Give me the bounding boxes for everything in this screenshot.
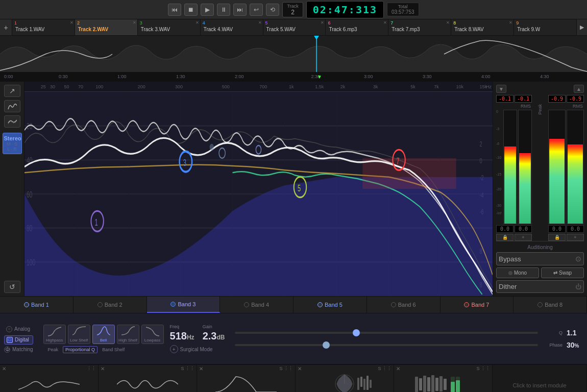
band-8-power[interactable]: [537, 302, 543, 307]
track-close-2[interactable]: ✕: [133, 20, 136, 25]
rewind-button[interactable]: ⏮: [168, 4, 181, 16]
record-button[interactable]: ⟲: [266, 4, 279, 16]
bypass-button[interactable]: Bypass ⊙: [496, 252, 584, 265]
band-tab-8[interactable]: Band 8: [513, 297, 587, 313]
module-imager[interactable]: ✕ S ⋮⋮ ⏻ Imager: [296, 365, 394, 392]
module-equalizer[interactable]: ✕ ⋮⋮ ⏻ Equalizer: [0, 365, 99, 392]
filter-lowshelf[interactable]: Low Shelf: [68, 325, 90, 344]
module-eq-dots[interactable]: ⋮⋮: [87, 366, 96, 371]
phase-thumb[interactable]: [323, 341, 330, 349]
eq-display[interactable]: 25 30 50 70 100 200 300 500 700 1k 1.5k …: [25, 82, 493, 296]
meter-scroll-left[interactable]: ▼: [496, 85, 506, 93]
track-scroll-right[interactable]: ▶: [577, 19, 587, 35]
track-close-3[interactable]: ✕: [195, 20, 199, 25]
meter-plus-r[interactable]: +: [567, 234, 584, 241]
band-1-power[interactable]: [24, 302, 29, 307]
swap-button[interactable]: ⇄ Swap: [541, 267, 584, 278]
meter-lock-r[interactable]: 🔒: [548, 234, 566, 241]
mono-button[interactable]: Mono: [496, 267, 539, 278]
track-tab-5[interactable]: ✕ 5 Track 5.WAV: [263, 19, 326, 35]
track-tab-8[interactable]: ✕ 8 Track 8.WAV: [451, 19, 514, 35]
timeline[interactable]: 0:00 0:30 1:00 1:30 2:00 2:30 3:00 3:30 …: [0, 72, 587, 81]
band-tab-4[interactable]: Band 4: [220, 297, 294, 313]
spectrum-button[interactable]: [4, 100, 20, 112]
module-maximizer[interactable]: ✕ S ⋮⋮ ⏻ Maximizer: [394, 365, 493, 392]
reference-button[interactable]: [4, 115, 20, 128]
undo-eq-button[interactable]: ↺: [4, 281, 20, 293]
band-7-power[interactable]: [464, 302, 469, 307]
band-5-power[interactable]: [317, 302, 323, 307]
loop-button[interactable]: ↩: [250, 4, 263, 16]
dither-button[interactable]: Dither ⏻: [496, 280, 584, 293]
meter-plus-l[interactable]: +: [515, 234, 532, 241]
stop-button[interactable]: ⏹: [184, 4, 198, 16]
meter-scroll-right[interactable]: ▲: [574, 85, 584, 93]
q-thumb[interactable]: [353, 329, 360, 336]
band-tab-2[interactable]: Band 2: [74, 297, 147, 313]
band-6-power[interactable]: [391, 302, 396, 307]
module-exciter-s[interactable]: S ⋮⋮: [181, 366, 194, 371]
eq-svg: 20 40 60 80 100 2 0 -2 -4 -6 8 8: [25, 92, 493, 296]
module-maximizer-s[interactable]: S ⋮⋮: [476, 366, 490, 371]
module-imager-close[interactable]: ✕: [298, 366, 302, 372]
filter-highpass[interactable]: Highpass: [43, 325, 66, 344]
filter-peak[interactable]: Peak: [45, 346, 61, 353]
track-tab-6[interactable]: ✕ 6 Track 6.mp3: [326, 19, 388, 35]
track-close-8[interactable]: ✕: [509, 20, 512, 25]
module-maximizer-close[interactable]: ✕: [396, 366, 400, 372]
track-tab-1[interactable]: ✕ 1 Track 1.WAV: [12, 19, 75, 35]
module-dynamics[interactable]: ✕ S ⋮⋮ ⏻ Dynamics: [197, 365, 296, 392]
waveform-area[interactable]: 0:00 0:30 1:00 1:30 2:00 2:30 3:00 3:30 …: [0, 36, 587, 82]
band-tab-5[interactable]: Band 5: [294, 297, 367, 313]
module-imager-s[interactable]: S ⋮⋮: [378, 366, 392, 371]
band-4-label: Band 4: [251, 302, 269, 308]
filter-bell[interactable]: Bell: [92, 325, 115, 344]
band-4-power[interactable]: [244, 302, 249, 307]
band-3-power[interactable]: [170, 302, 176, 307]
band-tab-6[interactable]: Band 6: [367, 297, 441, 313]
filter-sub-row: Peak Proportional Q Band Shelf: [45, 346, 164, 353]
zoom-in-button[interactable]: ↗: [4, 85, 20, 97]
band-tab-1[interactable]: Band 1: [0, 297, 74, 313]
meter-bottom-l1: 0.0: [496, 225, 513, 233]
filter-highshelf[interactable]: High Shelf: [117, 325, 139, 344]
track-close-6[interactable]: ✕: [383, 20, 387, 25]
track-close-7[interactable]: ✕: [446, 20, 450, 25]
filter-proportional-q[interactable]: Proportional Q: [63, 346, 97, 353]
track-tab-2[interactable]: ✕ 2 Track 2.WAV: [75, 19, 138, 35]
filter-lowpass[interactable]: Lowpass: [141, 325, 164, 344]
track-close-4[interactable]: ✕: [258, 20, 262, 25]
digital-icon: □: [7, 337, 13, 343]
phase-slider[interactable]: [235, 344, 538, 346]
stereo-mode-button[interactable]: Stereo M · S L · R: [3, 133, 22, 154]
meter-peak-r2: -0.9: [567, 95, 584, 103]
module-insert-slot[interactable]: Click to insert module: [493, 365, 587, 392]
analog-button[interactable]: ○ Analog: [4, 325, 33, 333]
surgical-mode-button[interactable]: + Surgical Mode: [170, 345, 225, 353]
module-dynamics-close[interactable]: ✕: [199, 366, 203, 372]
add-track-button[interactable]: +: [0, 19, 12, 35]
svg-rect-45: [370, 380, 372, 388]
pause-button[interactable]: ⏸: [217, 4, 230, 16]
digital-button[interactable]: □ Digital: [4, 335, 33, 345]
filter-band-shelf[interactable]: Band Shelf: [100, 346, 127, 353]
fast-forward-button[interactable]: ⏭: [233, 4, 247, 16]
module-eq-close[interactable]: ✕: [2, 366, 6, 372]
track-tab-3[interactable]: ✕ 3 Track 3.WAV: [138, 19, 201, 35]
band-2-power[interactable]: [97, 302, 103, 307]
meter-bar-l1: [503, 110, 517, 224]
band-tab-7[interactable]: Band 7: [441, 297, 514, 313]
module-exciter[interactable]: ✕ S ⋮⋮ ⏻ Exciter: [99, 365, 197, 392]
matching-button[interactable]: ⏻ Matching: [4, 347, 33, 353]
track-tab-4[interactable]: ✕ 4 Track 4.WAV: [201, 19, 263, 35]
module-dynamics-s[interactable]: S ⋮⋮: [279, 366, 293, 371]
track-close-1[interactable]: ✕: [70, 20, 74, 25]
track-tab-9[interactable]: 9 Track 9.W: [514, 19, 577, 35]
band-tab-3[interactable]: Band 3: [147, 297, 221, 313]
module-exciter-close[interactable]: ✕: [101, 366, 105, 372]
q-slider[interactable]: [235, 332, 538, 334]
meter-lock-l[interactable]: 🔒: [496, 234, 513, 241]
track-tab-7[interactable]: ✕ 7 Track 7.mp3: [388, 19, 451, 35]
play-button[interactable]: ▶: [201, 4, 214, 16]
track-close-5[interactable]: ✕: [321, 20, 324, 25]
